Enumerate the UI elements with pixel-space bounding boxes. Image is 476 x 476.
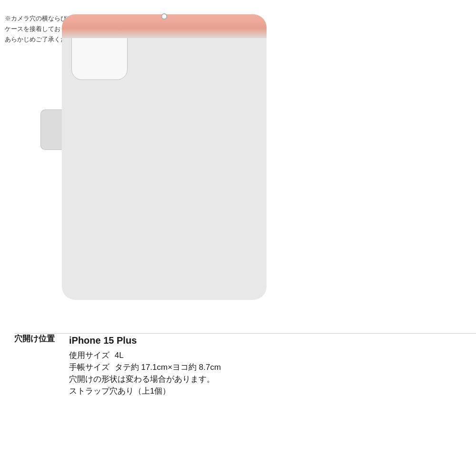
strap-note: ストラップ穴あり（上1個）	[69, 386, 462, 397]
size-label: 使用サイズ	[69, 351, 109, 360]
size-value: 4L	[115, 351, 124, 360]
notebook-label: 手帳サイズ	[69, 363, 109, 372]
device-name: iPhone 15 Plus	[69, 333, 137, 348]
shape-note: 穴開けの形状は変わる場合があります。	[69, 374, 462, 385]
info-section: 穴開け位置 iPhone 15 Plus 使用サイズ 4L 手帳サイズ タテ約 …	[14, 333, 462, 397]
notebook-row: 手帳サイズ タテ約 17.1cm×ヨコ約 8.7cm	[69, 362, 462, 373]
case-body	[62, 14, 267, 300]
case-illustration	[62, 14, 290, 305]
device-details: 使用サイズ 4L 手帳サイズ タテ約 17.1cm×ヨコ約 8.7cm 穴開けの…	[69, 350, 462, 397]
strap-hole	[161, 13, 168, 20]
case-pink-fold	[62, 14, 267, 38]
size-row: 使用サイズ 4L	[69, 350, 462, 361]
hole-position-row: 穴開け位置 iPhone 15 Plus	[14, 333, 462, 348]
hole-position-label: 穴開け位置	[14, 333, 69, 344]
notebook-value: タテ約 17.1cm×ヨコ約 8.7cm	[115, 363, 221, 372]
belt-loop	[40, 109, 62, 150]
page-container: ※カメラ穴の横ならびに上部は ケースを接着しておりません。 あらかじめご了承くだ…	[0, 0, 476, 476]
